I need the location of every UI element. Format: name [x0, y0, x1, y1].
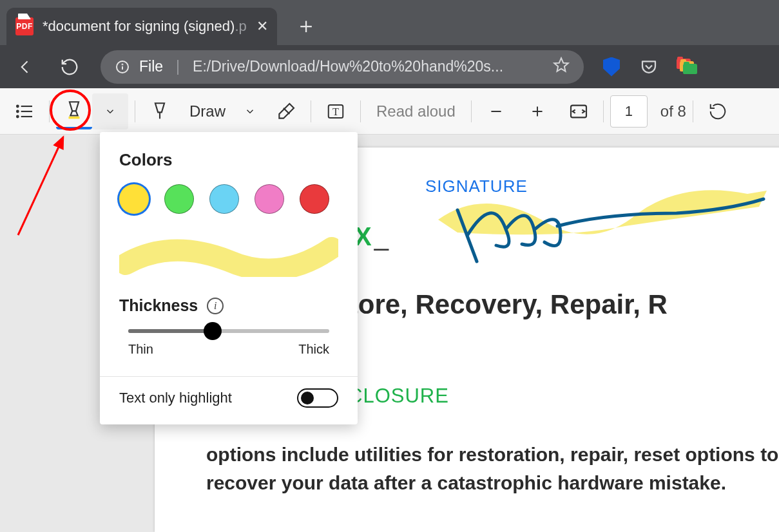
- extension-pocket-icon[interactable]: [639, 57, 659, 77]
- url-path: E:/Drive/Download/How%20to%20hand%20s...: [193, 58, 503, 75]
- highlight-options-popup: Colors Thickness i Thin Thick Text only …: [100, 132, 358, 424]
- thickness-heading: Thickness: [119, 296, 198, 315]
- browser-address-bar: File | E:/Drive/Download/How%20to%20hand…: [0, 45, 779, 88]
- page-total-label: of 8: [660, 102, 686, 120]
- svg-rect-10: [69, 116, 80, 119]
- reload-button[interactable]: [57, 54, 82, 80]
- color-swatch-green[interactable]: [164, 184, 194, 214]
- svg-line-11: [284, 108, 289, 113]
- add-text-button[interactable]: T: [318, 93, 354, 129]
- pdf-file-icon: PDF: [15, 17, 34, 35]
- rotate-button[interactable]: [700, 93, 736, 129]
- extension-folders-icon[interactable]: [677, 57, 696, 77]
- svg-text:T: T: [332, 106, 339, 118]
- svg-point-4: [17, 105, 19, 107]
- erase-button[interactable]: [268, 93, 304, 129]
- body-paragraph: options include utilities for restoratio…: [206, 441, 779, 497]
- url-separator: |: [176, 58, 180, 75]
- signature-x-mark: X_: [354, 222, 389, 251]
- extension-shield-icon[interactable]: [602, 57, 621, 77]
- separator: [360, 100, 361, 122]
- color-swatch-pink[interactable]: [255, 184, 284, 214]
- tab-title-text: *document for signing (signed): [43, 18, 235, 34]
- browser-titlebar: PDF *document for signing (signed).p ✕ ＋: [0, 0, 779, 45]
- color-swatches: [119, 184, 338, 214]
- highlight-dropdown-button[interactable]: [92, 93, 128, 129]
- closure-label: CLOSURE: [348, 385, 449, 408]
- thickness-info-icon[interactable]: i: [207, 298, 224, 314]
- separator: [693, 100, 693, 122]
- separator: [311, 100, 311, 122]
- zoom-out-button[interactable]: [478, 93, 514, 129]
- svg-marker-3: [554, 58, 568, 71]
- tab-title-truncation: .p: [235, 18, 246, 34]
- draw-button[interactable]: [142, 93, 178, 129]
- separator: [603, 100, 604, 122]
- slider-thumb[interactable]: [204, 322, 222, 340]
- color-swatch-red[interactable]: [300, 184, 329, 214]
- browser-tab[interactable]: PDF *document for signing (signed).p ✕: [6, 8, 277, 45]
- url-scheme: File: [139, 58, 163, 75]
- zoom-in-button[interactable]: [519, 93, 555, 129]
- separator: [471, 100, 472, 122]
- text-only-highlight-toggle[interactable]: [297, 388, 338, 408]
- slider-max-label: Thick: [298, 342, 329, 357]
- draw-label: Draw: [189, 102, 226, 120]
- colors-heading: Colors: [119, 150, 338, 170]
- page-number-input[interactable]: [610, 95, 648, 128]
- color-swatch-blue[interactable]: [209, 184, 239, 214]
- new-tab-button[interactable]: ＋: [295, 14, 317, 36]
- pdf-toolbar: Draw T Read aloud of 8: [0, 88, 779, 135]
- separator: [135, 100, 135, 122]
- color-swatch-yellow[interactable]: [119, 184, 149, 214]
- draw-dropdown-button[interactable]: [237, 93, 263, 129]
- read-aloud-button[interactable]: Read aloud: [376, 102, 456, 120]
- back-button[interactable]: [13, 54, 39, 80]
- close-tab-button[interactable]: ✕: [256, 19, 268, 33]
- highlight-tool-group: [56, 93, 128, 129]
- fit-width-button[interactable]: [561, 93, 597, 129]
- svg-point-8: [17, 115, 19, 117]
- svg-point-6: [17, 110, 19, 112]
- stroke-preview: [119, 232, 338, 277]
- svg-point-2: [122, 64, 123, 64]
- contents-button[interactable]: [6, 93, 43, 129]
- text-only-highlight-label: Text only highlight: [119, 390, 232, 406]
- thickness-slider[interactable]: Thin Thick: [119, 327, 338, 359]
- slider-min-label: Thin: [128, 342, 153, 357]
- tab-title: *document for signing (signed).p: [43, 18, 247, 35]
- separator: [49, 100, 50, 122]
- highlight-button[interactable]: [56, 93, 92, 129]
- popup-divider: [100, 376, 358, 377]
- info-icon: [115, 59, 130, 75]
- signature-drawing: [432, 175, 773, 271]
- url-box[interactable]: File | E:/Drive/Download/How%20to%20hand…: [101, 50, 584, 84]
- bookmark-star-icon[interactable]: [553, 57, 570, 77]
